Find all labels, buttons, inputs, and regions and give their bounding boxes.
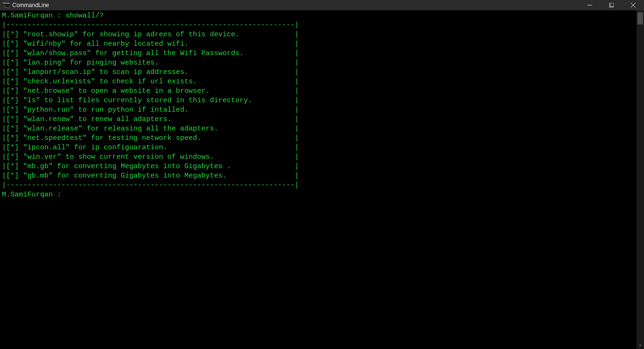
terminal-line: |[*] "mb.gb" for converting Megabytes in… [2,162,635,171]
scroll-thumb[interactable] [637,12,643,24]
terminal-line: |---------------------------------------… [2,21,635,30]
scrollbar[interactable]: ▾ [636,10,644,349]
minimize-button[interactable] [579,0,601,10]
close-button[interactable] [622,0,644,10]
terminal-line: |[*] "lanport/scan.ip" to scan ip addres… [2,68,635,77]
terminal-line: |[*] "ipcon.all" for ip configuaration. … [2,143,635,153]
terminal-line: |[*] "net.browse" to open a website in a… [2,87,635,96]
app-icon: >_ [3,2,9,8]
window-title: CommandLine [12,2,49,8]
terminal-line: |---------------------------------------… [2,181,635,190]
terminal-line: |[*] "wlan.release" for releasing all th… [2,124,635,134]
terminal-line: |[*] "wlan/show.pass" for getting all th… [2,49,635,58]
terminal-line: |[*] "wlan.renew" to renew all adapters.… [2,115,635,124]
terminal-line: |[*] "python.run" to run python if intal… [2,106,635,115]
title-bar: >_ CommandLine [0,0,644,10]
title-bar-left: >_ CommandLine [0,2,49,8]
window-controls [579,0,644,10]
terminal-line: |[*] "gb.mb" for converting Gigabytes in… [2,171,635,181]
terminal-line: |[*] "ls" to list files currently stored… [2,96,635,106]
terminal[interactable]: M.SamiFurqan : showall/?|---------------… [0,10,636,349]
terminal-line: |[*] "wifi/nby" for all nearby located w… [2,40,635,49]
svg-text:>_: >_ [4,4,8,8]
terminal-line: M.SamiFurqan : [2,190,635,200]
terminal-line: |[*] "win.ver" to show current version o… [2,153,635,162]
scroll-down-icon[interactable]: ▾ [636,341,644,349]
terminal-line: |[*] "check.urlexists" to check if url e… [2,77,635,87]
terminal-wrap: M.SamiFurqan : showall/?|---------------… [0,10,644,349]
terminal-line: |[*] "lan.ping" for pinging websites. | [2,58,635,68]
terminal-line: |[*] "root.showip" for showing ip adrees… [2,30,635,40]
terminal-content[interactable]: M.SamiFurqan : showall/?|---------------… [0,10,636,201]
svg-rect-1 [3,3,9,4]
svg-rect-5 [610,3,614,7]
maximize-button[interactable] [601,0,622,10]
terminal-line: M.SamiFurqan : showall/? [2,11,635,21]
terminal-line: |[*] "net.speedtest" for testing network… [2,134,635,143]
